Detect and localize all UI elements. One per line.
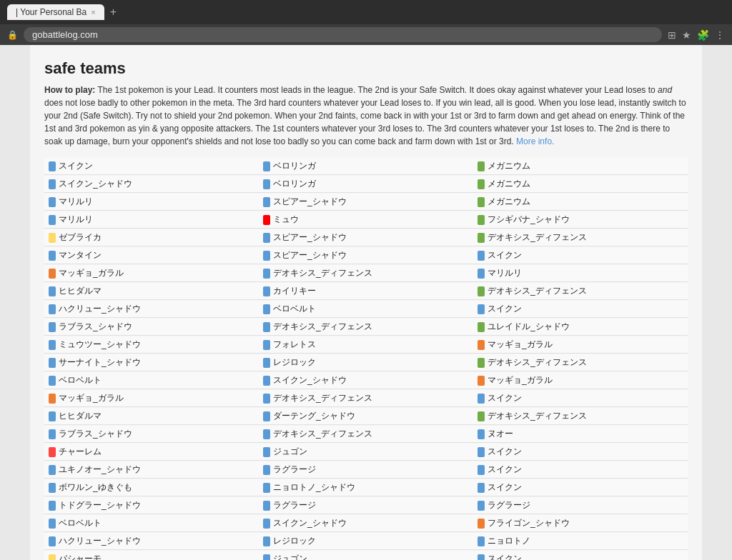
type-color-dot [478,465,485,475]
type-color-dot [49,536,56,546]
more-info-link[interactable]: More info. [516,136,554,146]
pokemon-name: スイクン_シャドウ [273,517,347,529]
type-color-dot [49,501,56,511]
address-bar[interactable]: gobattlelog.com [24,27,662,42]
list-item: マッギョ_ガラル [44,390,259,407]
list-item: ベロベルト [259,301,473,318]
type-color-dot [49,465,56,475]
type-color-dot [263,215,270,225]
list-item: ミュウ [259,211,473,229]
lock-icon: 🔒 [7,30,18,40]
browser-chrome: | Your Personal Ba × + [0,0,732,24]
type-color-dot [49,483,56,493]
list-item: スピアー_シャドウ [259,247,473,264]
type-color-dot [49,554,56,561]
type-color-dot [263,269,270,279]
list-item: フシギバナ_シャドウ [473,211,688,229]
puzzle-icon[interactable]: 🧩 [697,29,709,41]
list-item: スイクン [473,444,688,461]
pokemon-name: ダーテング_シャドウ [273,410,355,422]
type-color-dot [263,411,270,421]
type-color-dot [49,286,56,296]
type-color-dot [263,465,270,475]
list-item: ヌオー [473,426,688,443]
pokemon-name: デオキシス_ディフェンス [488,285,587,297]
pokemon-name: ヒヒダルマ [59,285,102,297]
list-item: レジロック [259,354,473,371]
safe-teams-title: safe teams [44,59,688,78]
type-color-dot [478,269,485,279]
list-item: フライゴン_シャドウ [473,515,688,532]
list-item: パシャーモ [44,551,259,560]
list-item: スピアー_シャドウ [259,194,473,211]
type-color-dot [263,501,270,511]
type-color-dot [49,340,56,350]
pokemon-name: スイクン [488,249,522,261]
pokemon-name: ハクリュー_シャドウ [59,303,141,315]
list-item: ラブラス_シャドウ [44,319,259,336]
tab-close-icon[interactable]: × [91,8,95,16]
list-item: ユレイドル_シャドウ [473,319,688,336]
list-item: ベロベルト [44,515,259,532]
type-color-dot [263,394,270,404]
type-color-dot [263,554,270,561]
list-item: ダーテング_シャドウ [259,408,473,425]
type-color-dot [478,304,485,314]
type-color-dot [263,483,270,493]
new-tab-icon[interactable]: + [107,6,119,19]
pokemon-name: ラグラージ [488,499,530,511]
pokemon-name: スイクン [488,464,522,476]
pokemon-name: フシギバナ_シャドウ [488,214,570,226]
type-color-dot [263,340,270,350]
list-item: デオキシス_ディフェンス [259,319,473,336]
type-color-dot [263,358,270,368]
list-item: ベロベルト [44,372,259,389]
pokemon-name: ベロベルト [273,303,316,315]
pokemon-name: サーナイト_シャドウ [59,356,141,369]
type-color-dot [263,197,270,207]
list-item: マッギョ_ガラル [473,372,688,389]
type-color-dot [263,286,270,296]
pokemon-name: スイクン [59,160,93,172]
how-to-play-italic: and [658,85,672,95]
page-content: safe teams How to play: The 1st pokemon … [30,45,702,560]
pokemon-name: ニョロトノ_シャドウ [273,481,355,494]
type-color-dot [49,215,56,225]
list-item: スピアー_シャドウ [259,229,473,246]
list-item: スイクン [473,301,688,318]
pokemon-name: ベロリンガ [273,160,316,172]
active-tab[interactable]: | Your Personal Ba × [7,4,104,20]
list-item: スイクン [473,551,688,560]
type-color-dot [478,286,485,296]
type-color-dot [478,554,485,561]
list-item: ボワルン_ゆきぐも [44,479,259,496]
list-item: デオキシス_ディフェンス [473,354,688,371]
pokemon-name: メガニウム [488,196,530,208]
pokemon-name: デオキシス_ディフェンス [488,356,587,369]
type-color-dot [263,322,270,332]
pokemon-name: デオキシス_ディフェンス [488,410,587,422]
list-item: マンタイン [44,247,259,264]
tab-label: | Your Personal Ba [16,7,86,17]
outer-wrapper: safe teams How to play: The 1st pokemon … [0,45,732,560]
pokemon-name: スイクン [488,446,522,458]
list-item: メガニウム [473,158,688,175]
type-color-dot [478,394,485,404]
list-item: ニョロトノ [473,533,688,550]
list-item: ジュゴン [259,444,473,461]
type-color-dot [478,501,485,511]
type-color-dot [49,358,56,368]
extension-icon[interactable]: ⊞ [668,29,676,41]
pokemon-name: ジュゴン [273,446,307,458]
type-color-dot [263,376,270,386]
how-to-play-text2: does not lose badly to other pokemon in … [44,98,686,146]
star-icon[interactable]: ★ [682,29,691,41]
type-color-dot [263,161,270,171]
menu-icon[interactable]: ⋮ [715,29,725,41]
pokemon-name: スイクン [488,392,522,404]
list-item: ラブラス_シャドウ [44,426,259,443]
type-color-dot [263,447,270,457]
type-color-dot [263,536,270,546]
pokemon-name: ユレイドル_シャドウ [488,321,570,333]
pokemon-name: デオキシス_ディフェンス [273,267,372,279]
